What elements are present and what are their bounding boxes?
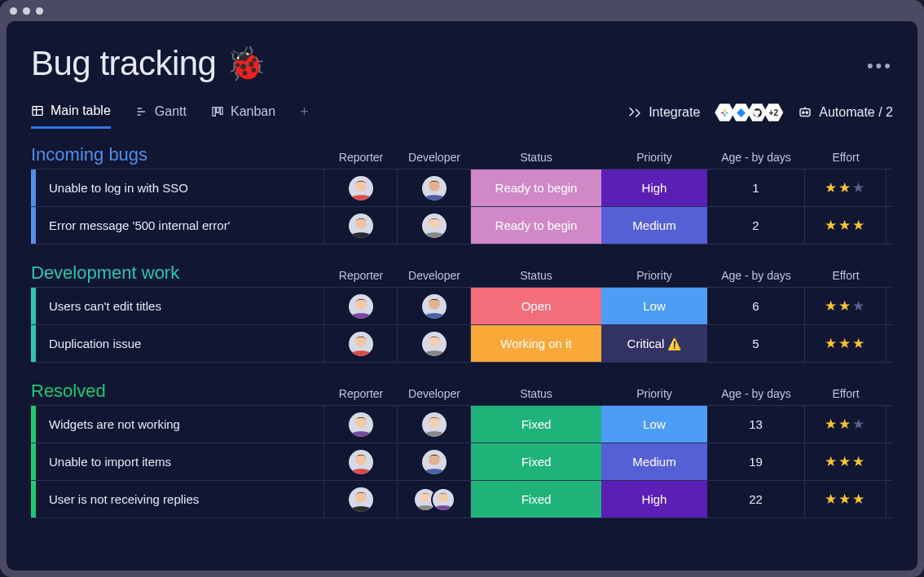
column-header[interactable]: Developer bbox=[398, 151, 471, 169]
status-cell[interactable]: Ready to begin bbox=[471, 170, 601, 206]
developer-avatar[interactable] bbox=[422, 412, 447, 437]
priority-cell[interactable]: Low bbox=[601, 406, 707, 443]
status-cell[interactable]: Open bbox=[471, 288, 601, 324]
column-header[interactable]: Reporter bbox=[324, 151, 398, 169]
effort-cell[interactable]: ★★★ bbox=[805, 406, 887, 443]
reporter-cell[interactable] bbox=[324, 406, 398, 443]
item-name[interactable]: Error message '500 internal error' bbox=[36, 207, 324, 244]
status-cell[interactable]: Working on it bbox=[471, 325, 601, 362]
status-cell[interactable]: Fixed bbox=[471, 406, 601, 443]
reporter-cell[interactable] bbox=[324, 288, 398, 324]
age-cell[interactable]: 1 bbox=[707, 170, 805, 206]
developer-avatar[interactable] bbox=[422, 214, 447, 238]
effort-cell[interactable]: ★★★ bbox=[805, 288, 887, 324]
item-name[interactable]: Duplication issue bbox=[36, 325, 324, 362]
effort-cell[interactable]: ★★★ bbox=[805, 443, 887, 480]
developer-cell[interactable] bbox=[398, 481, 471, 518]
table-row[interactable]: User is not receiving repliesFixedHigh22… bbox=[31, 481, 893, 518]
column-header[interactable]: Status bbox=[471, 387, 601, 405]
status-cell[interactable]: Fixed bbox=[471, 443, 601, 480]
developer-cell[interactable] bbox=[398, 325, 471, 362]
add-view-button[interactable]: + bbox=[300, 104, 309, 129]
column-header[interactable]: Effort bbox=[805, 151, 887, 169]
add-column-button[interactable]: + bbox=[887, 385, 893, 405]
developer-cell[interactable] bbox=[398, 443, 471, 480]
age-cell[interactable]: 5 bbox=[707, 325, 805, 362]
developer-avatar[interactable] bbox=[422, 176, 447, 200]
reporter-cell[interactable] bbox=[324, 325, 398, 362]
column-header[interactable]: Reporter bbox=[324, 269, 398, 287]
reporter-cell[interactable] bbox=[324, 481, 398, 518]
table-row[interactable]: Unable to log in with SSOReady to beginH… bbox=[31, 170, 893, 207]
priority-cell[interactable]: Medium bbox=[601, 443, 707, 480]
group-title[interactable]: Incoming bugs bbox=[31, 144, 324, 169]
age-cell[interactable]: 2 bbox=[707, 207, 805, 244]
developer-avatar[interactable] bbox=[422, 332, 447, 356]
developer-cell[interactable] bbox=[398, 288, 471, 324]
window-dot[interactable] bbox=[10, 7, 17, 15]
priority-cell[interactable]: Critical ⚠️ bbox=[601, 325, 707, 362]
page-title-text: Bug tracking bbox=[31, 44, 216, 83]
column-header[interactable]: Developer bbox=[398, 269, 471, 287]
tab-main-table[interactable]: Main table bbox=[31, 104, 111, 129]
item-name[interactable]: User is not receiving replies bbox=[36, 481, 324, 518]
table-row[interactable]: Users can't edit titlesOpenLow6★★★ bbox=[31, 288, 893, 325]
item-name[interactable]: Widgets are not working bbox=[36, 406, 324, 443]
column-header[interactable]: Status bbox=[471, 269, 601, 287]
column-header[interactable]: Effort bbox=[805, 387, 887, 405]
more-menu-button[interactable]: ••• bbox=[867, 44, 893, 77]
column-header[interactable]: Developer bbox=[398, 387, 471, 405]
item-name[interactable]: Users can't edit titles bbox=[36, 288, 324, 324]
automate-button[interactable]: Automate / 2 bbox=[798, 105, 893, 120]
window-dot[interactable] bbox=[23, 7, 30, 15]
column-header[interactable]: Reporter bbox=[324, 387, 398, 405]
column-header[interactable]: Age - by days bbox=[707, 151, 805, 169]
developer-cell[interactable] bbox=[398, 170, 471, 206]
table-row[interactable]: Duplication issueWorking on itCritical ⚠… bbox=[31, 325, 893, 363]
column-header[interactable]: Status bbox=[471, 151, 601, 169]
status-cell[interactable]: Fixed bbox=[471, 481, 601, 518]
column-header[interactable]: Effort bbox=[805, 269, 887, 287]
add-column-button[interactable]: + bbox=[887, 148, 893, 169]
group-title[interactable]: Development work bbox=[31, 262, 324, 287]
column-header[interactable]: Priority bbox=[601, 387, 707, 405]
reporter-cell[interactable] bbox=[324, 207, 398, 244]
table-row[interactable]: Error message '500 internal error'Ready … bbox=[31, 207, 893, 244]
reporter-cell[interactable] bbox=[324, 170, 398, 206]
column-header[interactable]: Priority bbox=[601, 151, 707, 169]
developer-avatar[interactable] bbox=[422, 294, 447, 319]
tab-kanban[interactable]: Kanban bbox=[211, 104, 275, 127]
age-cell[interactable]: 13 bbox=[707, 406, 805, 443]
effort-cell[interactable]: ★★★ bbox=[805, 170, 887, 206]
developer-cell[interactable] bbox=[398, 406, 471, 443]
integration-icons[interactable]: +2 bbox=[715, 103, 783, 122]
effort-cell[interactable]: ★★★ bbox=[805, 207, 887, 244]
priority-cell[interactable]: Medium bbox=[601, 207, 707, 244]
integrate-button[interactable]: Integrate bbox=[627, 105, 700, 120]
age-cell[interactable]: 22 bbox=[707, 481, 805, 518]
table-row[interactable]: Unable to import itemsFixedMedium19★★★ bbox=[31, 443, 893, 481]
column-header[interactable]: Age - by days bbox=[707, 269, 805, 287]
item-name[interactable]: Unable to import items bbox=[36, 443, 324, 480]
reporter-cell[interactable] bbox=[324, 443, 398, 480]
column-header[interactable]: Age - by days bbox=[707, 387, 805, 405]
priority-cell[interactable]: High bbox=[601, 481, 707, 518]
effort-cell[interactable]: ★★★ bbox=[805, 481, 887, 518]
status-cell[interactable]: Ready to begin bbox=[471, 207, 601, 244]
effort-cell[interactable]: ★★★ bbox=[805, 325, 887, 362]
window-dot[interactable] bbox=[36, 7, 43, 15]
developer-avatar[interactable] bbox=[422, 450, 447, 474]
group-title[interactable]: Resolved bbox=[31, 381, 324, 405]
age-cell[interactable]: 6 bbox=[707, 288, 805, 324]
column-header[interactable]: Priority bbox=[601, 269, 707, 287]
add-column-button[interactable]: + bbox=[887, 266, 893, 287]
developer-avatars[interactable] bbox=[413, 487, 455, 512]
priority-cell[interactable]: Low bbox=[601, 288, 707, 324]
age-cell[interactable]: 19 bbox=[707, 443, 805, 480]
table-row[interactable]: Widgets are not workingFixedLow13★★★ bbox=[31, 406, 893, 443]
tab-gantt[interactable]: Gantt bbox=[135, 104, 187, 127]
item-name[interactable]: Unable to log in with SSO bbox=[36, 170, 324, 206]
developer-cell[interactable] bbox=[398, 207, 471, 244]
priority-cell[interactable]: High bbox=[601, 170, 707, 206]
app-window: Bug tracking 🐞 ••• Main tableGanttKanban… bbox=[0, 0, 924, 577]
